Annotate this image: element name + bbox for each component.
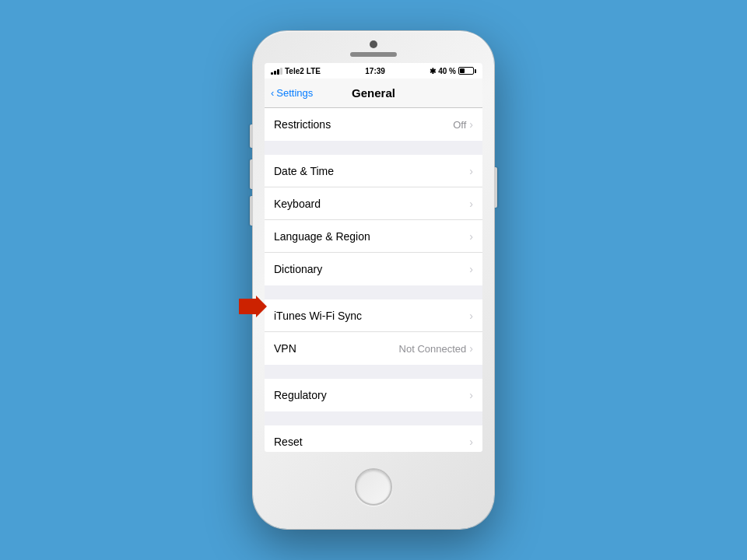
dictionary-label: Dictionary bbox=[274, 263, 322, 275]
restrictions-value: Off bbox=[453, 119, 466, 131]
earpiece-speaker bbox=[350, 52, 397, 57]
vpn-row[interactable]: VPN Not Connected › bbox=[265, 332, 482, 365]
vpn-chevron-icon: › bbox=[469, 342, 473, 355]
language-region-label: Language & Region bbox=[274, 230, 370, 243]
separator-4 bbox=[265, 411, 482, 425]
dictionary-row[interactable]: Dictionary › bbox=[265, 253, 482, 285]
front-camera bbox=[370, 40, 377, 48]
language-region-chevron-icon: › bbox=[469, 230, 473, 243]
reset-row[interactable]: Reset › bbox=[265, 425, 482, 452]
datetime-section: Date & Time › Keyboard › Language & Regi… bbox=[265, 155, 482, 285]
home-button-area bbox=[355, 452, 392, 529]
keyboard-chevron-icon: › bbox=[469, 198, 473, 210]
reset-section: Reset › Shut Down bbox=[265, 425, 482, 452]
itunes-wifi-sync-label: iTunes Wi-Fi Sync bbox=[274, 310, 362, 322]
language-region-row[interactable]: Language & Region › bbox=[265, 220, 482, 253]
regulatory-label: Regulatory bbox=[274, 389, 327, 401]
page-title: General bbox=[352, 86, 395, 100]
reset-chevron-icon: › bbox=[469, 436, 473, 448]
restrictions-chevron-icon: › bbox=[469, 118, 473, 131]
date-time-chevron-icon: › bbox=[469, 165, 473, 177]
dictionary-chevron-icon: › bbox=[469, 263, 473, 275]
language-region-right: › bbox=[469, 230, 473, 243]
restrictions-row[interactable]: Restrictions Off › bbox=[265, 108, 482, 141]
keyboard-label: Keyboard bbox=[274, 198, 321, 210]
vpn-value: Not Connected bbox=[399, 343, 467, 355]
battery-percent: 40 % bbox=[438, 67, 456, 75]
battery-tip bbox=[475, 69, 476, 73]
settings-content: Restrictions Off › Date & Time › bbox=[265, 108, 482, 452]
itunes-wifi-sync-right: › bbox=[469, 310, 473, 322]
keyboard-right: › bbox=[469, 198, 473, 210]
status-left: Tele2 LTE bbox=[271, 67, 321, 75]
separator-3 bbox=[265, 365, 482, 379]
battery-body bbox=[458, 67, 474, 75]
volume-down-button[interactable] bbox=[250, 196, 253, 226]
battery-icon bbox=[458, 67, 476, 75]
reset-right: › bbox=[469, 436, 473, 448]
back-chevron-icon: ‹ bbox=[271, 87, 274, 99]
battery-fill bbox=[460, 68, 465, 73]
back-button[interactable]: ‹ Settings bbox=[271, 87, 313, 99]
regulatory-right: › bbox=[469, 389, 473, 401]
date-time-row[interactable]: Date & Time › bbox=[265, 155, 482, 187]
vpn-label: VPN bbox=[274, 342, 296, 355]
back-label: Settings bbox=[276, 87, 313, 99]
signal-bar-3 bbox=[277, 69, 279, 75]
dictionary-right: › bbox=[469, 263, 473, 275]
vpn-right: Not Connected › bbox=[399, 342, 473, 355]
svg-marker-0 bbox=[239, 296, 267, 317]
signal-bar-4 bbox=[280, 68, 282, 75]
silent-button[interactable] bbox=[250, 124, 253, 148]
regulatory-row[interactable]: Regulatory › bbox=[265, 379, 482, 411]
restrictions-label: Restrictions bbox=[274, 118, 331, 131]
home-button[interactable] bbox=[355, 468, 392, 506]
phone-top bbox=[253, 31, 494, 57]
keyboard-row[interactable]: Keyboard › bbox=[265, 187, 482, 220]
bluetooth-icon: ✱ bbox=[430, 67, 436, 75]
regulatory-chevron-icon: › bbox=[469, 389, 473, 401]
restrictions-value-group: Off › bbox=[453, 118, 473, 131]
separator-1 bbox=[265, 141, 482, 155]
signal-bar-2 bbox=[274, 71, 276, 75]
phone-screen: Tele2 LTE 17:39 ✱ 40 % bbox=[265, 63, 482, 452]
volume-up-button[interactable] bbox=[250, 159, 253, 189]
power-button[interactable] bbox=[494, 167, 497, 208]
time-label: 17:39 bbox=[365, 67, 385, 75]
signal-bars bbox=[271, 67, 282, 75]
date-time-right: › bbox=[469, 165, 473, 177]
reset-label: Reset bbox=[274, 436, 303, 448]
restrictions-section: Restrictions Off › bbox=[265, 108, 482, 141]
itunes-wifi-sync-row[interactable]: iTunes Wi-Fi Sync › bbox=[265, 299, 482, 332]
nav-bar: ‹ Settings General bbox=[265, 79, 482, 108]
phone-shell: Tele2 LTE 17:39 ✱ 40 % bbox=[253, 31, 494, 529]
status-right: ✱ 40 % bbox=[430, 67, 476, 75]
regulatory-section: Regulatory › bbox=[265, 379, 482, 411]
signal-bar-1 bbox=[271, 72, 273, 75]
network-type-label: LTE bbox=[307, 67, 321, 75]
separator-2 bbox=[265, 285, 482, 299]
sync-section: iTunes Wi-Fi Sync › VPN Not Connected › bbox=[265, 299, 482, 365]
status-bar: Tele2 LTE 17:39 ✱ 40 % bbox=[265, 63, 482, 79]
phone-wrapper: Tele2 LTE 17:39 ✱ 40 % bbox=[253, 31, 494, 529]
itunes-wifi-sync-chevron-icon: › bbox=[469, 310, 473, 322]
date-time-label: Date & Time bbox=[274, 165, 334, 177]
carrier-label: Tele2 bbox=[285, 67, 304, 75]
